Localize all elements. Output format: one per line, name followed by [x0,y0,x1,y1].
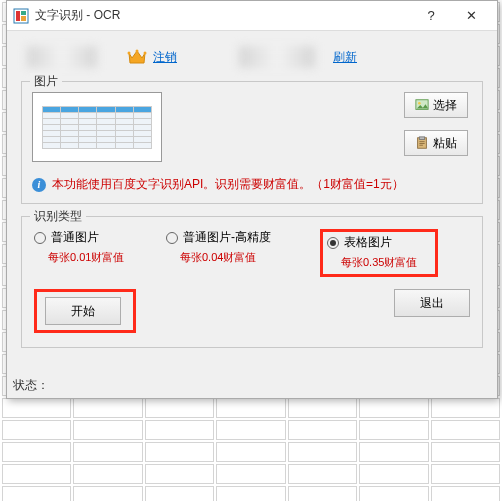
highlight-table-option: 表格图片 每张0.35财富值 [320,229,438,277]
info-message: i 本功能使用百度文字识别API。识别需要财富值。（1财富值=1元） [32,176,472,193]
radio-icon [327,237,339,249]
preview-table-icon [42,106,152,149]
info-icon: i [32,178,46,192]
logout-link[interactable]: 注销 [153,49,177,66]
select-image-button[interactable]: 选择 [404,92,468,118]
price-table: 每张0.35财富值 [341,255,429,270]
clipboard-icon [415,136,429,150]
exit-button[interactable]: 退出 [394,289,470,317]
svg-point-4 [128,52,131,55]
help-button[interactable]: ? [411,2,451,30]
svg-point-8 [418,102,421,105]
radio-label: 普通图片 [51,229,99,246]
highlight-start-button: 开始 [34,289,136,333]
radio-label: 普通图片-高精度 [183,229,271,246]
svg-rect-13 [419,145,423,146]
radio-icon [166,232,178,244]
type-groupbox: 识别类型 普通图片 每张0.01财富值 普通图片-高精度 每张0.04财富值 [21,216,483,348]
type-group-legend: 识别类型 [30,208,86,225]
paste-image-button[interactable]: 粘贴 [404,130,468,156]
price-high: 每张0.04财富值 [180,250,306,265]
window-title: 文字识别 - OCR [35,7,411,24]
account-row: 注销 刷新 [21,39,483,75]
titlebar[interactable]: 文字识别 - OCR ? ✕ [7,1,497,31]
paste-label: 粘贴 [433,135,457,152]
svg-rect-12 [419,143,424,144]
svg-rect-10 [419,137,424,140]
svg-rect-1 [16,11,20,21]
select-label: 选择 [433,97,457,114]
redacted-username [27,46,97,68]
radio-table-image[interactable]: 表格图片 [327,234,429,251]
svg-rect-2 [21,11,26,15]
status-label: 状态： [13,377,49,394]
image-groupbox: 图片 选择 [21,81,483,204]
image-preview [32,92,162,162]
radio-label: 表格图片 [344,234,392,251]
radio-normal-image[interactable]: 普通图片 [34,229,152,246]
crown-icon [127,49,147,65]
svg-rect-11 [419,141,424,142]
svg-point-6 [144,52,147,55]
info-text: 本功能使用百度文字识别API。识别需要财富值。（1财富值=1元） [52,176,404,193]
svg-rect-3 [21,16,26,21]
start-button[interactable]: 开始 [45,297,121,325]
image-icon [415,98,429,112]
price-normal: 每张0.01财富值 [48,250,152,265]
svg-point-5 [136,50,139,53]
close-button[interactable]: ✕ [451,2,491,30]
redacted-balance [239,46,315,68]
app-icon [13,8,29,24]
radio-high-precision[interactable]: 普通图片-高精度 [166,229,306,246]
radio-icon [34,232,46,244]
ocr-dialog: 文字识别 - OCR ? ✕ 注销 刷新 图片 [6,0,498,399]
image-group-legend: 图片 [30,73,62,90]
refresh-link[interactable]: 刷新 [333,49,357,66]
